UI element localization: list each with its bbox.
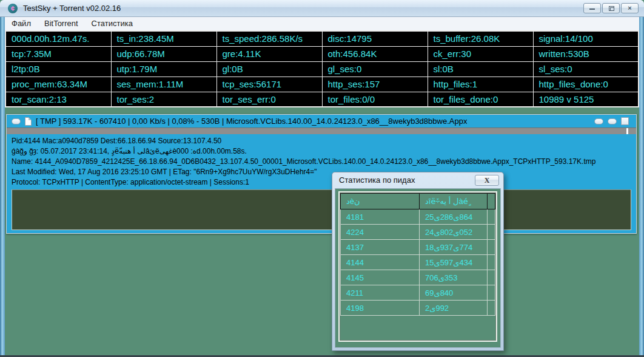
bytes-cell: 18ى937ى774 bbox=[420, 240, 488, 255]
stats-row: proc_mem:63.34M ses_mem:1.11M tcp_ses:56… bbox=[5, 76, 639, 92]
stats-cell: 000d.00h.12m.47s. bbox=[5, 31, 111, 46]
mdi-client-area: [ TMP ] 593.17K - 607410 | 0,00 Kb/s | 0… bbox=[5, 110, 639, 355]
stats-cell: signal:14/100 bbox=[533, 31, 639, 46]
torrent-window-header[interactable]: [ TMP ] 593.17K - 607410 | 0,00 Kb/s | 0… bbox=[7, 115, 636, 127]
stats-cell: tcp_ses:56171 bbox=[216, 76, 322, 92]
pid-cell: 4144 bbox=[341, 255, 420, 270]
pid-cell: 4181 bbox=[341, 209, 420, 225]
pid-table: دèن دîëَ÷هي أ لàéٍ 4181 25ى286ى864 4224 … bbox=[340, 193, 495, 316]
window-frame-right bbox=[639, 17, 644, 357]
empty-column-header bbox=[488, 194, 495, 209]
stats-cell: sl_ses:0 bbox=[533, 61, 639, 76]
torrent-progress-bar bbox=[7, 127, 636, 134]
application-window: ¢ TestSky + Torrent v02.02.16 × Файл Bit… bbox=[0, 0, 644, 357]
stats-cell: ts_speed:286.58K/s bbox=[216, 31, 322, 46]
stats-cell: gl:0B bbox=[216, 61, 322, 76]
table-row[interactable]: 4181 25ى286ى864 bbox=[341, 209, 495, 225]
empty-cell bbox=[488, 301, 495, 316]
table-row[interactable]: 4224 24ى802ى052 bbox=[341, 225, 495, 240]
bytes-column-header[interactable]: دîëَ÷هي أ لàéٍ bbox=[420, 194, 488, 209]
pid-cell: 4198 bbox=[341, 301, 420, 316]
torrent-header-title: [ TMP ] 593.17K - 607410 | 0,00 Kb/s | 0… bbox=[36, 117, 467, 126]
pid-statistics-dialog: Статистика по пидах X دèن دîëَ÷هي أ لàéٍ… bbox=[332, 172, 504, 351]
stats-cell: tor_files_done:0 bbox=[428, 92, 533, 107]
stats-cell: gre:4.11K bbox=[216, 46, 322, 61]
stats-row: l2tp:0B utp:1.79M gl:0B gl_ses:0 sl:0B s… bbox=[5, 61, 639, 76]
torrent-info-pid-line: Pid:4144 Mac:a0940d7859 Dest:66.18.66.94… bbox=[12, 136, 631, 146]
stats-cell: utp:1.79M bbox=[111, 61, 216, 76]
stats-row: 000d.00h.12m.47s. ts_in:238.45M ts_speed… bbox=[5, 31, 639, 46]
dialog-close-button[interactable]: X bbox=[475, 175, 499, 186]
stats-row: tor_scan:2:13 tor_ses:2 tor_ses_err:0 to… bbox=[5, 92, 639, 107]
pid-column-header[interactable]: دèن bbox=[341, 194, 420, 209]
stats-cell: gl_ses:0 bbox=[322, 61, 428, 76]
empty-cell bbox=[488, 270, 495, 285]
bytes-cell: 25ى286ى864 bbox=[420, 209, 488, 225]
bytes-cell: 2ى992 bbox=[420, 301, 488, 316]
stats-cell: ck_err:30 bbox=[428, 46, 533, 61]
stats-cell: oth:456.84K bbox=[322, 46, 428, 61]
pid-cell: 4211 bbox=[341, 285, 420, 301]
stats-cell: tor_scan:2:13 bbox=[5, 92, 111, 107]
torrent-info-protocol-line: Protocol: TCPxHTTP | ContentType: applic… bbox=[12, 177, 631, 188]
bytes-cell: 24ى802ى052 bbox=[420, 225, 488, 240]
table-row[interactable]: 4198 2ى992 bbox=[341, 301, 495, 316]
stats-cell: sl:0B bbox=[428, 61, 533, 76]
pid-listview[interactable]: دèن دîëَ÷هي أ لàéٍ 4181 25ى286ى864 4224 … bbox=[338, 191, 497, 342]
title-bar[interactable]: ¢ TestSky + Torrent v02.02.16 × bbox=[0, 0, 644, 17]
dialog-body: دèن دîëَ÷هي أ لàéٍ 4181 25ى286ى864 4224 … bbox=[335, 188, 501, 348]
table-row[interactable]: 4145 706ى353 bbox=[341, 270, 495, 285]
stats-cell: http_ses:157 bbox=[322, 76, 428, 92]
stats-cell: disc:14795 bbox=[322, 31, 428, 46]
bytes-cell: 706ى353 bbox=[420, 270, 488, 285]
close-icon: × bbox=[628, 4, 631, 12]
stats-cell: udp:66.78M bbox=[111, 46, 216, 61]
app-icon: ¢ bbox=[8, 4, 18, 13]
menu-file[interactable]: Файл bbox=[5, 17, 38, 30]
stats-row: tcp:7.35M udp:66.78M gre:4.11K oth:456.8… bbox=[5, 46, 639, 61]
stats-table: 000d.00h.12m.47s. ts_in:238.45M ts_speed… bbox=[5, 30, 639, 107]
pid-cell: 4224 bbox=[341, 225, 420, 240]
pid-cell: 4137 bbox=[341, 240, 420, 255]
stats-cell: tor_ses:2 bbox=[111, 92, 216, 107]
stats-cell: ts_buffer:26.08K bbox=[428, 31, 533, 46]
stats-cell: written:530B bbox=[533, 46, 639, 61]
stats-cell: proc_mem:63.34M bbox=[5, 76, 111, 92]
torrent-info-panel: Pid:4144 Mac:a0940d7859 Dest:66.18.66.94… bbox=[7, 134, 636, 230]
stats-cell: http_files_done:0 bbox=[533, 76, 639, 92]
minimize-button[interactable] bbox=[583, 3, 601, 13]
torrent-header-button-3[interactable] bbox=[621, 117, 629, 125]
torrent-detail-box bbox=[12, 189, 631, 230]
close-button[interactable]: × bbox=[621, 3, 639, 13]
menu-statistics[interactable]: Статистика bbox=[85, 17, 139, 30]
stats-panel: 000d.00h.12m.47s. ts_in:238.45M ts_speed… bbox=[5, 30, 639, 107]
torrent-header-left-button[interactable] bbox=[12, 118, 21, 124]
stats-cell: http_files:1 bbox=[428, 76, 533, 92]
pid-cell: 4145 bbox=[341, 270, 420, 285]
maximize-button[interactable] bbox=[602, 3, 620, 13]
stats-cell: tor_ses_err:0 bbox=[216, 92, 322, 107]
stats-cell: tcp:7.35M bbox=[5, 46, 111, 61]
torrent-info-modified-line: Last Modified: Wed, 17 Aug 2016 23:25:10… bbox=[12, 167, 631, 177]
empty-cell bbox=[488, 285, 495, 301]
empty-cell bbox=[488, 225, 495, 240]
table-row[interactable]: 4211 69ى840 bbox=[341, 285, 495, 301]
menu-bittorrent[interactable]: BitTorrent bbox=[38, 17, 85, 30]
torrent-header-button-2[interactable] bbox=[608, 118, 617, 124]
pid-table-header-row: دèن دîëَ÷هي أ لàéٍ bbox=[341, 194, 495, 209]
stats-cell: 10989 v 5125 bbox=[533, 92, 639, 107]
torrent-detail-window: [ TMP ] 593.17K - 607410 | 0,00 Kb/s | 0… bbox=[6, 114, 637, 234]
progress-tick bbox=[626, 128, 628, 134]
table-row[interactable]: 4137 18ى937ى774 bbox=[341, 240, 495, 255]
maximize-icon bbox=[609, 6, 614, 11]
torrent-info-time-line: ǵàğو ğȝ: 05.07.2017 23:41:14, دٍëّهبنه أ… bbox=[12, 146, 631, 157]
bytes-cell: 69ى840 bbox=[420, 285, 488, 301]
empty-cell bbox=[488, 240, 495, 255]
stats-cell: ses_mem:1.11M bbox=[111, 76, 216, 92]
table-row[interactable]: 4144 15ى597ى434 bbox=[341, 255, 495, 270]
dialog-close-icon: X bbox=[485, 176, 490, 185]
minimize-icon bbox=[589, 8, 595, 10]
stats-cell: l2tp:0B bbox=[5, 61, 111, 76]
empty-cell bbox=[488, 255, 495, 270]
torrent-header-button-1[interactable] bbox=[594, 118, 603, 124]
